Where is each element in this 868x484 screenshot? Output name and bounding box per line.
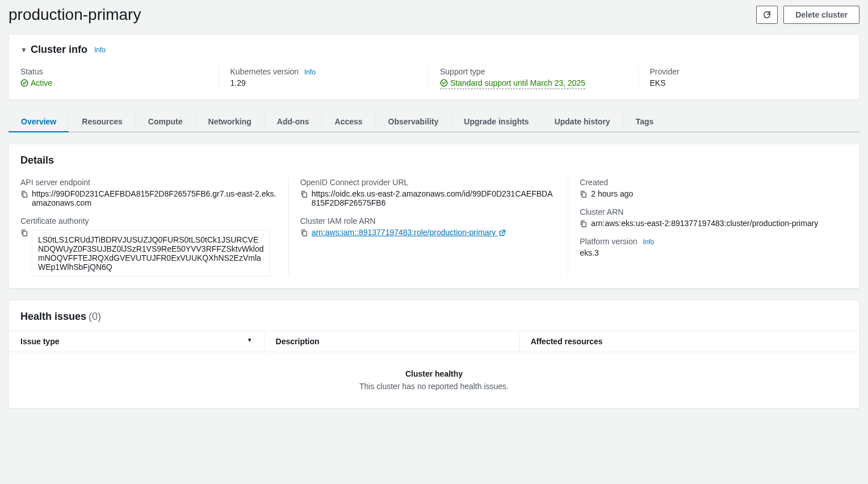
tab-update-history[interactable]: Update history xyxy=(542,111,623,132)
status-text: Active xyxy=(31,78,52,87)
copy-icon[interactable] xyxy=(300,229,308,237)
svg-rect-4 xyxy=(303,193,307,197)
svg-rect-7 xyxy=(582,222,586,227)
sort-desc-icon: ▼ xyxy=(247,337,253,343)
check-circle-icon xyxy=(440,79,448,87)
support-value[interactable]: Standard support until March 23, 2025 xyxy=(440,78,585,89)
svg-rect-3 xyxy=(23,231,27,236)
cluster-info-title: Cluster info xyxy=(31,44,87,56)
cert-value: LS0tLS1CRUdJTiBDRVJUSUZJQ0FURS0tLS0tCk1J… xyxy=(32,230,270,277)
cluster-info-panel: ▼ Cluster info Info Status Active Kubern… xyxy=(9,34,859,100)
copy-icon[interactable] xyxy=(300,190,308,198)
tab-addons[interactable]: Add-ons xyxy=(264,111,322,132)
svg-rect-5 xyxy=(303,231,307,236)
platform-info-link[interactable]: Info xyxy=(643,238,654,246)
version-label: Kubernetes version Info xyxy=(230,67,417,76)
support-text: Standard support until March 23, 2025 xyxy=(450,78,585,87)
col-affected[interactable]: Affected resources xyxy=(519,331,859,352)
details-panel: Details API server endpoint https://99DF… xyxy=(9,144,859,289)
copy-icon[interactable] xyxy=(580,190,588,198)
copy-icon[interactable] xyxy=(580,220,588,228)
external-link-icon xyxy=(499,230,506,236)
health-title: Health issues xyxy=(20,311,86,323)
version-value: 1.29 xyxy=(230,78,417,87)
cert-label: Certificate authority xyxy=(20,216,277,226)
cluster-info-link[interactable]: Info xyxy=(94,46,106,54)
details-title: Details xyxy=(20,155,54,166)
health-empty-state: Cluster healthy This cluster has no repo… xyxy=(9,352,859,408)
status-label: Status xyxy=(20,67,207,76)
health-table: Issue type ▼ Description Affected resour… xyxy=(9,331,859,352)
tab-compute[interactable]: Compute xyxy=(135,111,195,132)
support-label: Support type xyxy=(440,67,627,76)
tab-resources[interactable]: Resources xyxy=(69,111,135,132)
svg-rect-6 xyxy=(582,193,586,197)
arn-value: arn:aws:eks:us-east-2:891377197483:clust… xyxy=(591,219,818,228)
provider-value: EKS xyxy=(650,78,837,87)
tab-overview[interactable]: Overview xyxy=(9,111,69,132)
refresh-icon xyxy=(762,10,771,19)
check-circle-icon xyxy=(20,79,28,87)
created-label: Created xyxy=(580,178,836,187)
refresh-button[interactable] xyxy=(756,6,778,24)
tab-networking[interactable]: Networking xyxy=(195,111,264,132)
health-count: (0) xyxy=(89,311,101,323)
platform-label: Platform version Info xyxy=(580,237,836,246)
api-endpoint-label: API server endpoint xyxy=(20,178,277,187)
health-panel: Health issues (0) Issue type ▼ Descripti… xyxy=(9,300,859,408)
health-empty-title: Cluster healthy xyxy=(20,369,848,378)
col-description[interactable]: Description xyxy=(264,331,519,352)
delete-cluster-button[interactable]: Delete cluster xyxy=(783,6,859,24)
tab-tags[interactable]: Tags xyxy=(623,111,666,132)
arn-label: Cluster ARN xyxy=(580,207,836,216)
tab-upgrade-insights[interactable]: Upgrade insights xyxy=(451,111,541,132)
created-value: 2 hours ago xyxy=(591,189,633,198)
iam-label: Cluster IAM role ARN xyxy=(300,216,557,226)
provider-label: Provider xyxy=(650,67,837,76)
status-value: Active xyxy=(20,78,52,87)
iam-value-link[interactable]: arn:aws:iam::891377197483:role/productio… xyxy=(312,228,506,237)
platform-value: eks.3 xyxy=(580,248,836,257)
tab-access[interactable]: Access xyxy=(322,111,375,132)
oidc-label: OpenID Connect provider URL xyxy=(300,178,557,187)
version-info-link[interactable]: Info xyxy=(304,68,316,76)
copy-icon[interactable] xyxy=(20,190,28,198)
collapse-toggle-icon[interactable]: ▼ xyxy=(20,46,27,54)
tabs: Overview Resources Compute Networking Ad… xyxy=(9,111,859,132)
svg-rect-2 xyxy=(23,193,27,197)
page-title: production-primary xyxy=(9,6,141,24)
api-endpoint-value: https://99DF0D231CAEFBDA815F2D8F26575FB6… xyxy=(32,189,277,207)
health-empty-desc: This cluster has no reported health issu… xyxy=(20,382,848,391)
oidc-value: https://oidc.eks.us-east-2.amazonaws.com… xyxy=(312,189,557,207)
header-actions: Delete cluster xyxy=(756,6,859,24)
col-issue-type[interactable]: Issue type ▼ xyxy=(9,331,264,352)
copy-icon[interactable] xyxy=(20,229,28,237)
tab-observability[interactable]: Observability xyxy=(375,111,451,132)
